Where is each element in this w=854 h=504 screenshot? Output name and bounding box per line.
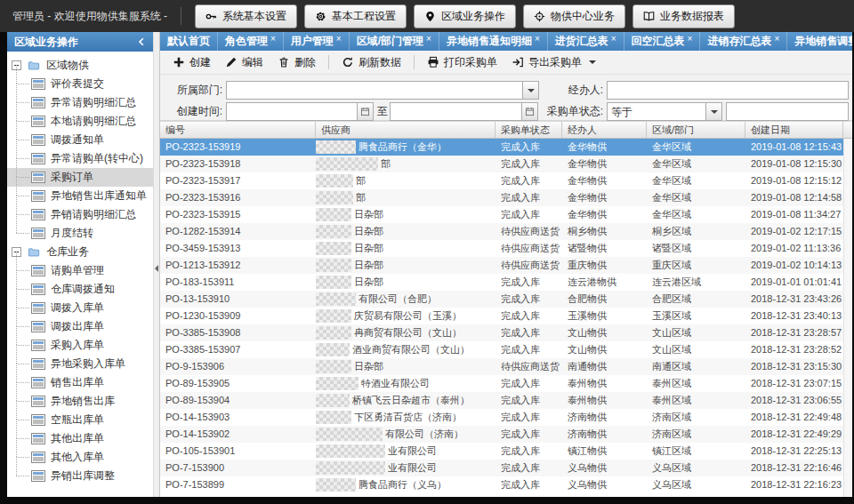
table-row[interactable]: PO-9-153906 日杂部 待供应商送货 南通物供 南通区域 2018-12… (160, 358, 843, 375)
menubar-button-book[interactable]: 业务数据报表 (632, 4, 735, 28)
tab-close-icon[interactable]: × (426, 34, 431, 44)
menubar-button-location-pin[interactable]: 区域业务操作 (414, 4, 516, 28)
table-row[interactable]: PO-14-153902 有限公司（济南） 完成入库 济南物供 济南区域 201… (160, 426, 843, 443)
tree-item[interactable]: 采购订单 (7, 168, 153, 187)
table-row[interactable]: PO-13-153910 有限公司（合肥） 完成入库 合肥物供 合肥区域 201… (160, 291, 843, 308)
menubar-button-key[interactable]: 系统基本设置 (195, 4, 297, 28)
toolbar-button-printer[interactable]: 打印采购单 (420, 52, 504, 73)
column-header[interactable]: 采购单状态 (495, 122, 562, 138)
toolbar-button-trash[interactable]: 删除 (270, 52, 323, 73)
tree-item[interactable]: 调拨通知单 (7, 131, 153, 149)
tree-group[interactable]: 区域物供 (7, 56, 153, 75)
table-row[interactable]: PO-105-153901 业有限公司 完成入库 镇江物供 镇江区域 2018-… (160, 443, 843, 460)
toolbar-button-plus[interactable]: 创建 (165, 52, 218, 73)
chevron-left-icon[interactable] (137, 37, 146, 46)
table-row[interactable]: PO-2323-153916 部 完成入库 金华物供 金华区域 2019-01-… (160, 189, 843, 206)
form-icon (31, 377, 45, 388)
tab[interactable]: 异地销售通知明细 × (439, 32, 548, 51)
tree-item[interactable]: 异地采购入库单 (7, 355, 153, 373)
table-row[interactable]: PO-3459-153913 日杂部 待供应商送货 诸暨物供 诸暨区域 2019… (160, 240, 843, 257)
tab[interactable]: 进销存汇总表 × (700, 32, 787, 51)
status-operator-select[interactable]: 等于 (607, 102, 722, 121)
tab-close-icon[interactable]: × (774, 34, 779, 44)
table-row[interactable]: PO-1282-153914 日杂部 待供应商送货 桐乡物供 桐乡区域 2019… (160, 223, 843, 240)
tab-label: 异地销售通知明细 (447, 34, 532, 49)
agent-field[interactable] (607, 81, 849, 100)
tab[interactable]: 进货汇总表 × (548, 32, 624, 51)
tree-item[interactable]: 其他入库单 (7, 448, 153, 467)
table-row[interactable]: PO-2323-153915 日杂部 完成入库 金华物供 金华区域 2019-0… (160, 206, 843, 223)
menubar-button-target[interactable]: 物供中心业务 (523, 4, 625, 28)
tab-close-icon[interactable]: × (336, 34, 342, 44)
table-scrollbar[interactable] (843, 139, 852, 497)
tree-item[interactable]: 异常请购单(转中心) (7, 149, 153, 168)
status-value-input[interactable] (727, 103, 848, 120)
tab-close-icon[interactable]: × (270, 34, 276, 44)
tree-item[interactable]: 采购入库单 (7, 336, 153, 355)
column-header[interactable]: 经办人 (562, 122, 647, 138)
table-row[interactable]: PO-2323-153918 部 完成入库 金华物供 金华区域 2019-01-… (160, 156, 843, 172)
tree-item[interactable]: 本地请购明细汇总 (7, 112, 153, 131)
date-from-picker-trigger[interactable] (357, 103, 373, 120)
tab[interactable]: 回空汇总表 × (624, 32, 701, 51)
tab-close-icon[interactable]: × (611, 34, 616, 44)
tab[interactable]: 默认首页 (160, 32, 218, 51)
tab-label: 异地销售调整明细 (794, 34, 852, 49)
tree-item[interactable]: 评价表提交 (7, 75, 153, 93)
cell-status: 待供应商送货 (495, 240, 562, 257)
tree-item[interactable]: 异地销售出库通知单 (7, 187, 153, 205)
table-row[interactable]: PO-7-153900 业有限公司 完成入库 义乌物供 义乌区域 2018-12… (160, 460, 843, 476)
table-row[interactable]: PO-89-153904 桥镇飞云日杂超市（泰州） 完成入库 泰州物供 泰州区域… (160, 392, 843, 409)
tree-item[interactable]: 异销请购明细汇总 (7, 205, 153, 224)
table-row[interactable]: PO-2323-153919 腾食品商行（金华） 完成入库 金华物供 金华区域 … (160, 139, 843, 156)
table-row[interactable]: PO-183-153911 日杂部 完成入库 连云港物供 连云港区域 2019-… (160, 274, 843, 291)
tree-item[interactable]: 销售出库单 (7, 373, 153, 392)
table-row[interactable]: PO-3385-153907 酒业商贸有限公司（文山） 完成入库 文山物供 文山… (160, 341, 843, 358)
tree-item[interactable]: 月度结转 (7, 224, 153, 243)
tree-item[interactable]: 异常请购明细汇总 (7, 93, 153, 112)
cell-agent: 合肥物供 (562, 291, 647, 308)
status-operator-trigger[interactable] (705, 103, 721, 120)
tree-item[interactable]: 调拨出库单 (7, 317, 153, 336)
tab[interactable]: 异地销售调整明细 × (787, 32, 852, 51)
department-input[interactable] (227, 82, 538, 99)
tree-item[interactable]: 其他出库单 (7, 429, 153, 448)
tree-item[interactable]: 空瓶出库单 (7, 411, 153, 429)
table-row[interactable]: PO-89-153905 特酒业有限公司 完成入库 泰州物供 泰州区域 2018… (160, 375, 843, 392)
toolbar-button-refresh[interactable]: 刷新数据 (334, 52, 408, 73)
column-header[interactable]: 创建日期 (745, 122, 843, 138)
tree-item[interactable]: 仓库调拨通知 (7, 280, 153, 299)
department-select[interactable] (226, 81, 539, 100)
table-row[interactable]: PO-7-153899 腾食品商行（义乌） 完成入库 义乌物供 义乌区域 201… (160, 476, 843, 493)
column-header[interactable]: 供应商 (316, 122, 495, 138)
toolbar-button-pencil[interactable]: 编辑 (218, 52, 270, 73)
redacted-blur (316, 360, 351, 373)
tab[interactable]: 角色管理 × (218, 32, 284, 51)
tab-close-icon[interactable]: × (688, 34, 693, 44)
column-header[interactable]: 区域/部门 (647, 122, 745, 138)
table-row[interactable]: PO-1213-153912 日杂部 待供应商送货 重庆物供 重庆区域 2019… (160, 257, 843, 274)
tree-item[interactable]: 异销出库调整 (7, 467, 153, 485)
sidebar-splitter[interactable] (153, 32, 160, 497)
tree-item[interactable]: 请购单管理 (7, 261, 153, 280)
tab[interactable]: 用户管理 × (284, 32, 350, 51)
date-from-input[interactable] (227, 103, 373, 120)
column-header[interactable]: 编号 (160, 122, 316, 138)
cell-order-id: PO-7-153900 (160, 460, 316, 476)
date-from-field[interactable] (226, 102, 374, 121)
table-row[interactable]: PO-2323-153917 部 完成入库 金华物供 金华区域 2019-01-… (160, 172, 843, 189)
status-value-field[interactable] (726, 102, 849, 121)
toolbar-button-export[interactable]: 导出采购单 (504, 52, 603, 73)
table-row[interactable]: PO-1230-153909 庆贸易有限公司（玉溪） 完成入库 玉溪物供 玉溪区… (160, 308, 843, 324)
table-row[interactable]: PO-3385-153908 冉商贸有限公司（文山） 完成入库 文山物供 文山区… (160, 324, 843, 341)
splitter-collapse-icon[interactable] (155, 265, 158, 272)
grid-body: PO-2323-153919 腾食品商行（金华） 完成入库 金华物供 金华区域 … (160, 139, 843, 497)
tab[interactable]: 区域/部门管理 × (350, 32, 439, 51)
tab-close-icon[interactable]: × (535, 34, 540, 44)
tree-item[interactable]: 调拨入库单 (7, 299, 153, 317)
table-row[interactable]: PO-14-153903 下区勇清百货店（济南） 完成入库 济南物供 济南区域 … (160, 409, 843, 426)
menubar-button-gear[interactable]: 基本工程设置 (304, 4, 407, 28)
tree-group[interactable]: 仓库业务 (7, 243, 153, 261)
agent-input[interactable] (608, 82, 848, 99)
tree-item[interactable]: 异地销售出库 (7, 392, 153, 411)
